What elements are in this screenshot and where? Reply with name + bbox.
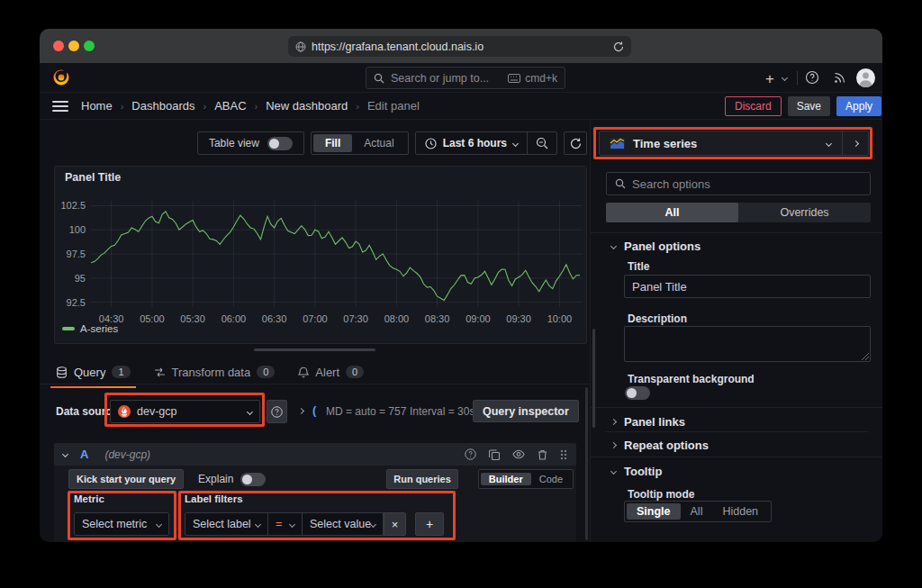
bell-icon: [298, 366, 309, 378]
table-view-switch[interactable]: [267, 137, 293, 150]
viz-picker[interactable]: Time series: [599, 131, 869, 156]
resize-corner-icon: [862, 353, 869, 360]
kick-start-button[interactable]: Kick start your query: [68, 469, 184, 489]
breadcrumb: Home › Dashboards › ABAC › New dashboard…: [81, 99, 420, 113]
remove-filter-button[interactable]: ×: [384, 512, 406, 536]
filter-label-placeholder: Select label: [193, 518, 251, 530]
query-options-chevron-icon[interactable]: [299, 409, 303, 413]
drag-handle-icon[interactable]: [560, 449, 567, 460]
builder-option[interactable]: Builder: [481, 473, 531, 485]
news-icon[interactable]: [833, 70, 847, 85]
description-textarea[interactable]: [624, 326, 871, 362]
close-window-button[interactable]: [53, 41, 64, 51]
minimize-window-button[interactable]: [68, 41, 79, 51]
refresh-button[interactable]: [564, 131, 587, 155]
metric-select[interactable]: Select metric: [74, 512, 169, 536]
hide-query-icon[interactable]: [512, 449, 525, 459]
sidebar-scrollbar[interactable]: [592, 329, 595, 428]
x-tick-label: 08:30: [416, 313, 459, 324]
transparent-bg-label: Transparent background: [628, 373, 755, 385]
search-input[interactable]: Search or jump to... cmd+k: [366, 67, 565, 89]
discard-button[interactable]: Discard: [725, 96, 782, 116]
filter-label-select[interactable]: Select label: [185, 512, 268, 536]
title-value: Panel Title: [632, 280, 687, 294]
panel-links-header[interactable]: Panel links: [611, 415, 685, 429]
add-chevron-down-icon[interactable]: [782, 76, 787, 80]
delete-query-icon[interactable]: [538, 449, 547, 460]
grafana-logo-icon[interactable]: [52, 68, 70, 86]
zoom-out-icon[interactable]: [528, 137, 556, 149]
tab-query-badge: 1: [112, 366, 130, 378]
query-inspector-button[interactable]: Query inspector: [473, 400, 579, 422]
header-divider: [797, 71, 798, 85]
tooltip-mode-hidden[interactable]: Hidden: [712, 503, 768, 520]
chart-legend[interactable]: A-series: [62, 323, 118, 334]
breadcrumb-sep: ›: [121, 101, 124, 112]
tab-all[interactable]: All: [606, 203, 738, 222]
tooltip-mode-all[interactable]: All: [681, 503, 713, 520]
url-text: https://grafana.tenant.cloud.nais.io: [312, 41, 484, 53]
query-row-header[interactable]: A (dev-gcp): [54, 443, 576, 466]
fill-option[interactable]: Fill: [313, 134, 352, 152]
datasource-picker[interactable]: dev-gcp: [110, 400, 260, 423]
filter-operator-select[interactable]: =: [268, 512, 303, 536]
query-ref-id: A: [80, 448, 88, 461]
actual-option[interactable]: Actual: [352, 134, 405, 152]
x-tick-label: 07:30: [334, 313, 377, 324]
apply-button[interactable]: Apply: [836, 96, 881, 116]
zoom-window-button[interactable]: [84, 41, 95, 51]
transparent-bg-switch[interactable]: [625, 386, 650, 400]
tab-overrides[interactable]: Overrides: [738, 203, 871, 222]
tab-alert-badge: 0: [346, 366, 364, 378]
tab-query[interactable]: Query 1: [56, 360, 131, 384]
metric-label: Metric: [74, 493, 169, 504]
tab-transform-badge: 0: [257, 366, 275, 378]
add-filter-button[interactable]: +: [415, 512, 444, 536]
tab-transform[interactable]: Transform data 0: [154, 360, 276, 384]
panel-links-title: Panel links: [624, 415, 685, 429]
database-icon: [56, 366, 68, 378]
metric-field: Metric Select metric: [74, 493, 169, 536]
filter-value-select[interactable]: Select value: [303, 512, 384, 536]
panel-preview[interactable]: Panel Title 92.59597.5100102.5 04:3005:0…: [54, 166, 587, 344]
query-editor-card: A (dev-gcp): [54, 443, 576, 542]
save-button[interactable]: Save: [788, 96, 830, 116]
breadcrumb-folder[interactable]: ABAC: [214, 99, 246, 113]
repeat-options-header[interactable]: Repeat options: [611, 439, 709, 452]
panel-options-header[interactable]: Panel options: [611, 240, 701, 253]
reload-icon[interactable]: [613, 41, 624, 52]
x-tick-label: 06:30: [253, 313, 296, 324]
explain-switch[interactable]: [240, 473, 266, 486]
tooltip-mode-single[interactable]: Single: [627, 503, 681, 520]
label-filters-label: Label filters: [185, 493, 444, 504]
duplicate-query-icon[interactable]: [489, 449, 500, 460]
menu-icon[interactable]: [52, 101, 68, 112]
tooltip-title: Tooltip: [624, 465, 662, 478]
options-search-input[interactable]: Search options: [606, 172, 871, 195]
options-paren: (: [312, 403, 316, 417]
query-help-icon[interactable]: [465, 448, 476, 460]
tooltip-header[interactable]: Tooltip: [611, 465, 662, 478]
keyboard-icon: [508, 74, 520, 83]
url-bar[interactable]: https://grafana.tenant.cloud.nais.io: [288, 36, 631, 57]
tab-alert[interactable]: Alert 0: [298, 360, 364, 384]
metric-placeholder: Select metric: [82, 518, 147, 530]
datasource-help-button[interactable]: [267, 400, 287, 423]
avatar[interactable]: [856, 68, 875, 87]
legend-label: A-series: [80, 323, 118, 334]
datasource-row: Data source dev-gcp ( MD = auto = 757 In…: [40, 399, 590, 424]
add-icon[interactable]: +: [765, 70, 774, 88]
viz-expand-icon[interactable]: [853, 140, 859, 146]
help-icon[interactable]: [805, 70, 819, 85]
breadcrumb-dashboard[interactable]: New dashboard: [266, 99, 348, 113]
title-input[interactable]: Panel Title: [624, 275, 871, 298]
time-range-picker[interactable]: Last 6 hours: [416, 137, 527, 149]
code-option[interactable]: Code: [531, 473, 571, 485]
breadcrumb-home[interactable]: Home: [81, 99, 113, 113]
breadcrumb-dashboards[interactable]: Dashboards: [131, 99, 194, 113]
main-scrollbar[interactable]: [585, 387, 588, 540]
run-queries-button[interactable]: Run queries: [386, 469, 458, 489]
table-view-toggle[interactable]: Table view: [197, 131, 304, 155]
pane-resize-handle[interactable]: [254, 348, 375, 351]
label-filters-field: Label filters Select label = Select valu…: [185, 493, 444, 536]
